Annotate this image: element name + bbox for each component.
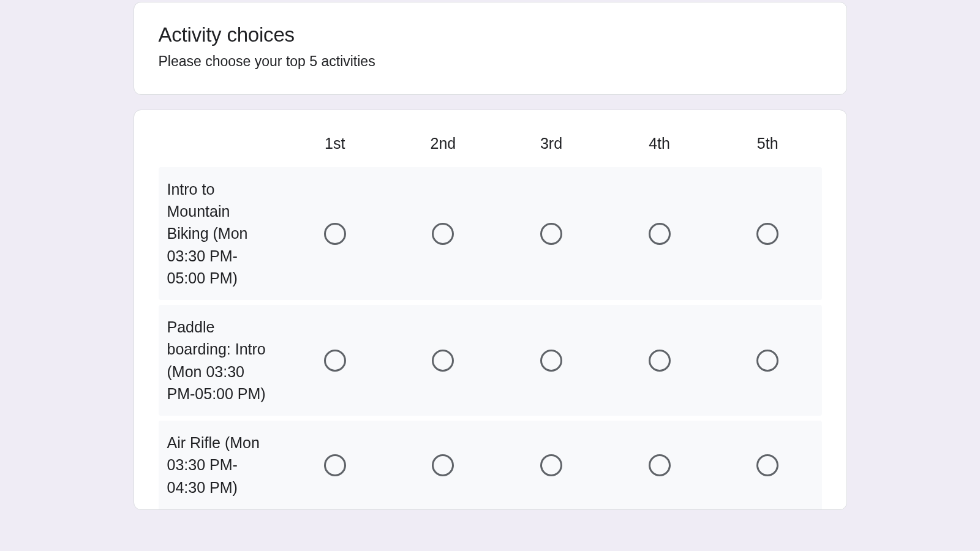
radio-row1-col1[interactable]: [432, 350, 454, 372]
form-container: Activity choices Please choose your top …: [134, 0, 847, 510]
radio-row0-col2[interactable]: [540, 223, 562, 245]
radio-row0-col0[interactable]: [324, 223, 346, 245]
column-header-5th: 5th: [714, 135, 822, 152]
radio-row1-col4[interactable]: [756, 350, 778, 372]
column-header-3rd: 3rd: [497, 135, 606, 152]
radio-row2-col2[interactable]: [540, 454, 562, 476]
radio-row2-col3[interactable]: [649, 454, 671, 476]
section-title: Activity choices: [159, 22, 822, 48]
grid-header-row: 1st 2nd 3rd 4th 5th: [134, 135, 822, 167]
row-label: Air Rifle (Mon 03:30 PM-04:30 PM): [159, 432, 281, 498]
section-header-card: Activity choices Please choose your top …: [134, 2, 847, 95]
radio-row1-col3[interactable]: [649, 350, 671, 372]
grid-row: Air Rifle (Mon 03:30 PM-04:30 PM): [159, 421, 822, 509]
column-header-1st: 1st: [281, 135, 390, 152]
column-header-4th: 4th: [605, 135, 714, 152]
column-header-2nd: 2nd: [389, 135, 497, 152]
row-label: Paddle boarding: Intro (Mon 03:30 PM-05:…: [159, 316, 281, 405]
radio-row2-col0[interactable]: [324, 454, 346, 476]
radio-row2-col1[interactable]: [432, 454, 454, 476]
grid-row: Paddle boarding: Intro (Mon 03:30 PM-05:…: [159, 305, 822, 416]
radio-row1-col0[interactable]: [324, 350, 346, 372]
radio-row0-col1[interactable]: [432, 223, 454, 245]
radio-row1-col2[interactable]: [540, 350, 562, 372]
radio-row0-col4[interactable]: [756, 223, 778, 245]
radio-row0-col3[interactable]: [649, 223, 671, 245]
question-grid-card: 1st 2nd 3rd 4th 5th Intro to Mountain Bi…: [134, 110, 847, 510]
grid-row: Intro to Mountain Biking (Mon 03:30 PM-0…: [159, 167, 822, 300]
row-label: Intro to Mountain Biking (Mon 03:30 PM-0…: [159, 178, 281, 289]
section-description: Please choose your top 5 activities: [159, 53, 822, 70]
radio-row2-col4[interactable]: [756, 454, 778, 476]
